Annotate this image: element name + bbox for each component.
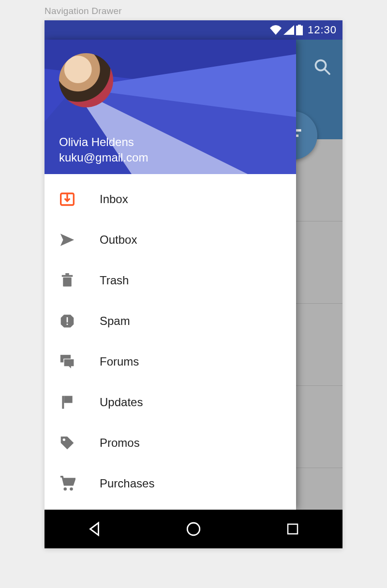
drawer-item-updates[interactable]: Updates — [45, 382, 296, 423]
drawer-item-outbox[interactable]: Outbox — [45, 220, 296, 260]
svg-rect-27 — [288, 524, 298, 534]
cell-signal-icon — [283, 25, 294, 35]
drawer-item-label: Purchases — [100, 477, 154, 490]
inbox-icon — [59, 191, 75, 207]
trash-icon — [59, 272, 75, 289]
wifi-icon — [270, 25, 282, 35]
svg-rect-0 — [296, 26, 303, 35]
back-button[interactable] — [85, 519, 104, 539]
cart-icon — [59, 475, 75, 492]
drawer-list: Inbox Outbox Trash Spam — [45, 174, 296, 510]
spam-icon — [59, 313, 75, 329]
send-icon — [59, 232, 75, 248]
drawer-item-label: Forums — [100, 355, 139, 368]
status-time: 12:30 — [308, 24, 337, 36]
phone-frame: 12:30 Olivia — [45, 20, 342, 548]
recent-button[interactable] — [283, 519, 302, 539]
tag-icon — [59, 435, 75, 451]
android-nav-bar — [45, 510, 342, 548]
status-bar: 12:30 — [45, 20, 342, 40]
drawer-item-inbox[interactable]: Inbox — [45, 179, 296, 220]
drawer-item-promos[interactable]: Promos — [45, 423, 296, 463]
svg-point-25 — [70, 487, 73, 491]
svg-rect-21 — [62, 396, 64, 409]
drawer-item-spam[interactable]: Spam — [45, 301, 296, 341]
svg-point-24 — [63, 487, 67, 491]
drawer-item-purchases[interactable]: Purchases — [45, 463, 296, 504]
svg-point-23 — [63, 439, 65, 441]
drawer-item-label: Updates — [100, 396, 143, 409]
drawer-header: Olivia Heldens kuku@gmail.com — [45, 40, 296, 174]
svg-line-3 — [325, 69, 330, 74]
flag-icon — [59, 394, 75, 411]
battery-icon — [296, 25, 303, 35]
drawer-item-label: Promos — [100, 436, 140, 450]
home-button[interactable] — [184, 519, 203, 539]
home-icon — [185, 521, 202, 537]
drawer-item-label: Outbox — [100, 233, 137, 247]
svg-point-26 — [187, 523, 200, 535]
svg-rect-18 — [67, 317, 68, 323]
drawer-item-label: Trash — [100, 274, 129, 287]
svg-rect-1 — [298, 25, 301, 26]
forums-icon — [59, 353, 75, 370]
search-button[interactable] — [313, 57, 332, 76]
svg-rect-22 — [64, 396, 72, 403]
back-icon — [86, 521, 103, 537]
avatar[interactable] — [59, 53, 113, 107]
page-title: Navigation Drawer — [45, 6, 122, 16]
svg-rect-19 — [67, 323, 68, 325]
user-email: kuku@gmail.com — [59, 151, 148, 164]
drawer-item-trash[interactable]: Trash — [45, 260, 296, 301]
recent-icon — [285, 522, 300, 536]
drawer-item-label: Spam — [100, 314, 130, 328]
drawer-item-label: Inbox — [100, 192, 128, 206]
svg-rect-15 — [62, 275, 73, 277]
navigation-drawer: Olivia Heldens kuku@gmail.com Inbox Outb… — [45, 40, 296, 510]
drawer-item-forums[interactable]: Forums — [45, 341, 296, 382]
svg-rect-14 — [63, 278, 72, 287]
search-icon — [313, 58, 331, 75]
user-name: Olivia Heldens — [59, 135, 134, 149]
svg-rect-16 — [65, 273, 69, 275]
